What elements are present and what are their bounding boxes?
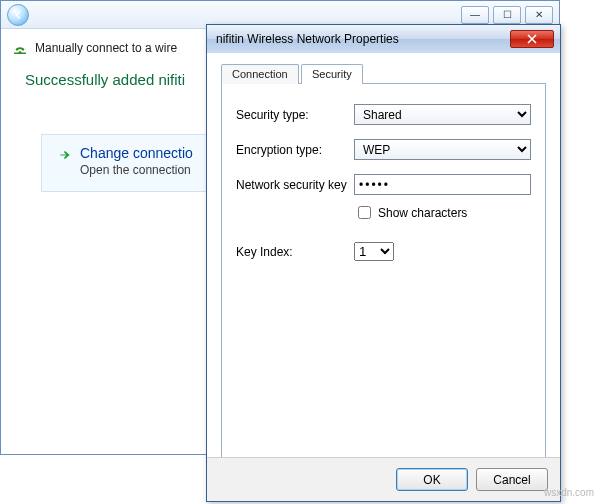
network-icon <box>11 39 29 57</box>
watermark: wsxdn.com <box>544 487 594 498</box>
security-tab-pane: Security type: Shared Encryption type: W… <box>221 83 546 463</box>
arrow-left-icon <box>12 9 24 21</box>
key-index-label: Key Index: <box>236 245 354 259</box>
tab-security[interactable]: Security <box>301 64 363 84</box>
encryption-type-label: Encryption type: <box>236 143 354 157</box>
cancel-button[interactable]: Cancel <box>476 468 548 491</box>
dialog-title: nifitin Wireless Network Properties <box>216 32 399 46</box>
security-type-select[interactable]: Shared <box>354 104 531 125</box>
show-characters-checkbox[interactable] <box>358 206 371 219</box>
tab-connection[interactable]: Connection <box>221 64 299 84</box>
action-title: Change connectio <box>80 145 193 161</box>
action-subtitle: Open the connection <box>80 163 193 177</box>
maximize-button[interactable]: ☐ <box>493 6 521 24</box>
tab-strip: Connection Security Security type: Share… <box>221 63 546 463</box>
dialog-button-bar: OK Cancel <box>207 457 560 501</box>
svg-point-0 <box>19 51 22 54</box>
security-type-label: Security type: <box>236 108 354 122</box>
arrow-right-icon <box>58 148 72 165</box>
key-index-select[interactable]: 1 <box>354 242 394 261</box>
breadcrumb-text: Manually connect to a wire <box>35 41 177 55</box>
network-key-input[interactable] <box>354 174 531 195</box>
ok-button[interactable]: OK <box>396 468 468 491</box>
properties-dialog: nifitin Wireless Network Properties Conn… <box>206 24 561 502</box>
network-key-label: Network security key <box>236 178 354 192</box>
back-button[interactable] <box>7 4 29 26</box>
close-icon <box>527 34 537 44</box>
wizard-close-button[interactable]: ✕ <box>525 6 553 24</box>
dialog-close-button[interactable] <box>510 30 554 48</box>
show-characters-label: Show characters <box>378 206 467 220</box>
minimize-button[interactable]: — <box>461 6 489 24</box>
dialog-titlebar[interactable]: nifitin Wireless Network Properties <box>207 25 560 53</box>
encryption-type-select[interactable]: WEP <box>354 139 531 160</box>
